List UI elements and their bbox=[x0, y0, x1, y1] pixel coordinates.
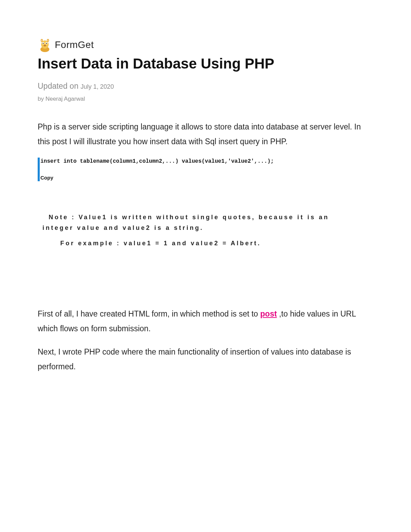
meta-author-name: Neeraj Agarwal bbox=[46, 96, 85, 102]
svg-point-6 bbox=[43, 45, 46, 47]
brand-logo-row: FormGet bbox=[38, 38, 373, 52]
code-line: insert into tablename(column1,column2,..… bbox=[40, 158, 373, 165]
post-link[interactable]: post bbox=[260, 309, 277, 318]
note-block: Note : Value1 is written without single … bbox=[38, 212, 373, 248]
code-block: insert into tablename(column1,column2,..… bbox=[38, 158, 373, 181]
meta-author-prefix: by bbox=[38, 96, 46, 102]
meta-updated: Updated on July 1, 2020 bbox=[38, 82, 373, 91]
svg-point-4 bbox=[42, 43, 43, 44]
svg-point-10 bbox=[47, 40, 48, 41]
meta-updated-date: July 1, 2020 bbox=[80, 83, 114, 90]
brand-logo-text: FormGet bbox=[55, 39, 94, 50]
note-line-1: Note : Value1 is written without single … bbox=[42, 212, 373, 223]
note-example-line: For example : value1 = 1 and value2 = Al… bbox=[42, 238, 373, 249]
formget-mascot-icon bbox=[38, 38, 52, 52]
article-title: Insert Data in Database Using PHP bbox=[38, 55, 373, 72]
note-line-2: integer value and value2 is a string. bbox=[42, 223, 373, 233]
svg-point-5 bbox=[46, 43, 47, 44]
p2-text-before: First of all, I have created HTML form, … bbox=[38, 309, 260, 318]
intro-paragraph: Php is a server side scripting language … bbox=[38, 120, 373, 149]
paragraph-php-code: Next, I wrote PHP code where the main fu… bbox=[38, 345, 373, 374]
meta-updated-prefix: Updated on bbox=[38, 82, 80, 90]
meta-author: by Neeraj Agarwal bbox=[38, 96, 373, 102]
copy-button[interactable]: Copy bbox=[40, 165, 373, 181]
svg-point-9 bbox=[41, 40, 42, 41]
paragraph-form-method: First of all, I have created HTML form, … bbox=[38, 307, 373, 336]
